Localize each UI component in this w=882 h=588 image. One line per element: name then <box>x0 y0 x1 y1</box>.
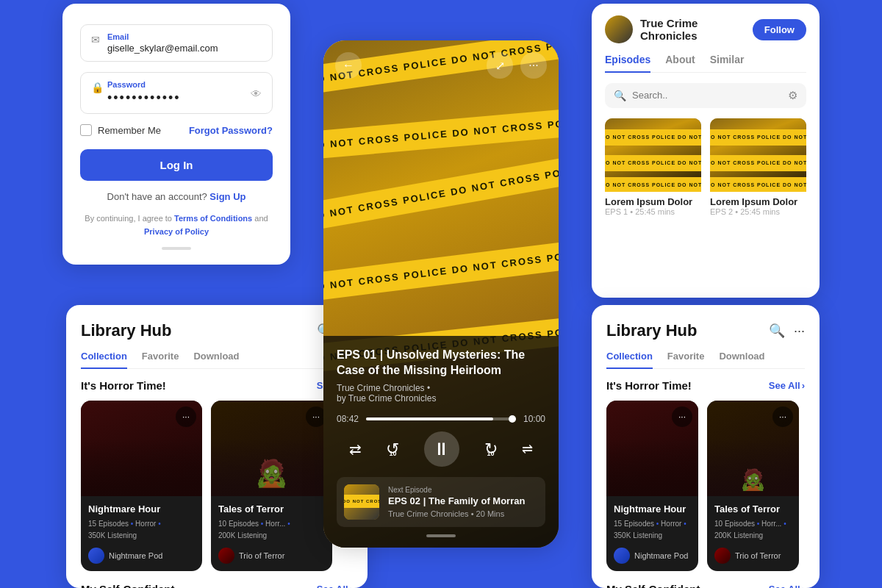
terror-avatar-right <box>714 548 731 564</box>
section-title-left: It's Horror Time! <box>81 379 166 392</box>
search-icon: 🔍 <box>614 90 626 101</box>
search-icon-right[interactable]: 🔍 <box>769 323 785 339</box>
back-button[interactable]: ← <box>335 52 362 79</box>
library-header-left: Library Hub 🔍 ··· <box>81 321 353 340</box>
next-title: EPS 02 | The Family of Morran <box>388 495 538 508</box>
more-button[interactable]: ··· <box>520 52 547 79</box>
filter-icon[interactable]: ⚙ <box>788 89 797 102</box>
podcast-card-terror-right: ··· 🧟 Tales of Terror 10 Episodes • Horr… <box>707 401 799 572</box>
forward-button[interactable]: ↻ 10 <box>484 440 498 459</box>
next-label: Next Episode <box>388 486 538 494</box>
terror-thumb-left: ··· 🧟 <box>211 401 332 496</box>
terror-footer-left: Trio of Terror <box>211 548 332 571</box>
password-field-group: 🔒 Password •••••••••••• 👁 <box>80 72 273 114</box>
tab-similar[interactable]: Similar <box>710 54 745 73</box>
scroll-indicator <box>162 247 191 250</box>
nightmare-meta-right: 15 Episodes • Horror • 350K Listening <box>614 518 691 542</box>
player-header-right: ⤢ ··· <box>487 52 547 79</box>
remember-me-label: Remember Me <box>98 125 161 136</box>
rewind-button[interactable]: ↺ 10 <box>386 440 399 459</box>
nightmare-avatar-right <box>614 548 630 564</box>
nightmare-creator-left: Nightmare Pod <box>109 551 162 560</box>
tape-mini-6: DO NOT CROSS POLICE DO NOT CROSS <box>710 177 806 192</box>
progress-fill <box>366 417 493 420</box>
episode-thumb-2: DO NOT CROSS POLICE DO NOT CROSS DO NOT … <box>710 118 806 192</box>
card-menu-nightmare-right[interactable]: ··· <box>672 406 692 427</box>
search-bar: 🔍 ⚙ <box>605 83 806 108</box>
share-button[interactable]: ⤢ <box>487 52 513 79</box>
podcast-card-nightmare-left: ··· Nightmare Hour 15 Episodes • Horror … <box>81 401 202 572</box>
library-title-left: Library Hub <box>81 321 171 340</box>
card-menu-nightmare-left[interactable]: ··· <box>176 406 196 427</box>
time-current: 08:42 <box>337 414 359 424</box>
nightmare-title-left: Nightmare Hour <box>88 503 195 516</box>
episode-meta: True Crime Chronicles • by True Crime Ch… <box>337 383 545 404</box>
episode-grid: DO NOT CROSS POLICE DO NOT CROSS DO NOT … <box>605 118 806 219</box>
toggle-password-icon[interactable]: 👁 <box>251 87 262 99</box>
nightmare-info-right: Nightmare Hour 15 Episodes • Horror • 35… <box>606 496 698 548</box>
podcast-avatar <box>605 15 633 43</box>
tab-episodes[interactable]: Episodes <box>605 54 650 73</box>
terror-creator-left: Trio of Terror <box>239 551 284 560</box>
see-all-right[interactable]: See All › <box>769 380 805 391</box>
section-header-right: It's Horror Time! See All › <box>606 379 805 392</box>
terror-creator-right: Trio of Terror <box>735 551 781 560</box>
privacy-link[interactable]: Privacy of Policy <box>144 227 209 236</box>
email-value[interactable]: giselle_skylar@email.com <box>91 43 262 54</box>
email-field-group: ✉ Email giselle_skylar@email.com <box>80 24 273 62</box>
remember-me-checkbox[interactable] <box>80 124 92 136</box>
pause-button[interactable]: ⏸ <box>424 431 459 467</box>
player-header: ← ⤢ ··· <box>335 52 547 79</box>
follow-button[interactable]: Follow <box>753 19 806 40</box>
login-button[interactable]: Log In <box>80 149 273 181</box>
terror-info-left: Tales of Terror 10 Episodes • Horr... • … <box>211 496 332 548</box>
terror-title-right: Tales of Terror <box>714 503 792 516</box>
my-self-title-left: My Self-Confident <box>81 583 175 588</box>
terror-meta-right: 10 Episodes • Horr... • 200K Listening <box>714 518 792 542</box>
tab-download-right[interactable]: Download <box>719 351 764 369</box>
library-title-right: Library Hub <box>606 321 697 340</box>
progress-dot <box>509 415 516 423</box>
tab-favorite-left[interactable]: Favorite <box>142 351 179 369</box>
terror-footer-right: Trio of Terror <box>707 548 799 571</box>
password-value[interactable]: •••••••••••• <box>91 90 262 106</box>
controls-row: ⇄ ↺ 10 ⏸ ↻ 10 ⇌ <box>337 431 545 467</box>
progress-bar[interactable] <box>366 417 516 420</box>
episode-info-2: Lorem Ipsum Dolor EPS 2 • 25:45 mins <box>710 192 806 219</box>
next-episode: DO NOT CROSS POLICE Next Episode EPS 02 … <box>337 477 545 527</box>
tab-favorite-right[interactable]: Favorite <box>667 351 705 369</box>
more-icon-right[interactable]: ··· <box>794 323 805 339</box>
card-menu-terror-right[interactable]: ··· <box>772 406 793 427</box>
forgot-password-link[interactable]: Forgot Password? <box>189 125 273 136</box>
episode-title: EPS 01 | Unsolved Mysteries: The Case of… <box>337 348 545 379</box>
tab-about[interactable]: About <box>665 54 695 73</box>
terms-row: By continuing, I agree to Terms of Condi… <box>80 212 273 238</box>
section-title-right: It's Horror Time! <box>606 379 692 392</box>
signup-row: Don't have an account? Sign Up <box>80 191 273 202</box>
see-all-2-left[interactable]: See All › <box>317 584 353 588</box>
see-all-2-right[interactable]: See All › <box>769 584 805 588</box>
episode-name-1: Lorem Ipsum Dolor <box>605 196 701 207</box>
next-sub: True Crime Chronicles • 20 Mins <box>388 509 538 518</box>
my-self-section-left: My Self-Confident See All › <box>81 583 353 588</box>
terms-text2: and <box>254 214 268 223</box>
sign-up-link[interactable]: Sign Up <box>209 191 245 202</box>
login-panel: ✉ Email giselle_skylar@email.com 🔒 Passw… <box>62 4 290 265</box>
search-input[interactable] <box>632 90 782 101</box>
tab-download-left[interactable]: Download <box>193 351 239 369</box>
library-header-right: Library Hub 🔍 ··· <box>606 321 805 340</box>
terror-meta-left: 10 Episodes • Horr... • 200K Listening <box>218 518 325 542</box>
section-header-left: It's Horror Time! See All › <box>81 379 353 392</box>
repeat-button[interactable]: ⇄ <box>349 440 362 458</box>
podcast-cards-right: ··· Nightmare Hour 15 Episodes • Horror … <box>606 401 805 572</box>
podcast-card-nightmare-right: ··· Nightmare Hour 15 Episodes • Horror … <box>606 401 698 572</box>
nightmare-avatar-left <box>88 548 104 564</box>
terms-link[interactable]: Terms of Conditions <box>174 214 252 223</box>
tab-collection-left[interactable]: Collection <box>81 351 127 369</box>
episode-meta-1: EPS 1 • 25:45 mins <box>605 207 701 216</box>
next-thumb: DO NOT CROSS POLICE <box>344 484 379 520</box>
shuffle-button[interactable]: ⇌ <box>522 441 533 457</box>
terms-text1: By continuing, I agree to <box>85 214 172 223</box>
podcast-tabs: Episodes About Similar <box>605 54 806 73</box>
tab-collection-right[interactable]: Collection <box>606 351 653 369</box>
